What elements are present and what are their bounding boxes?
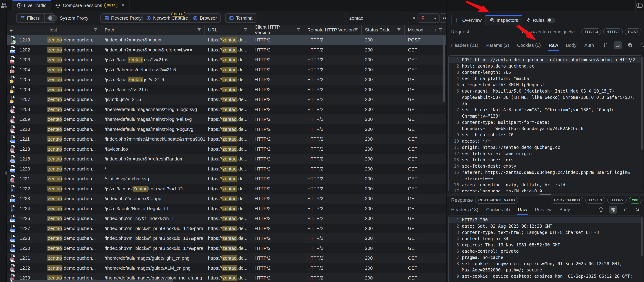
table-row[interactable]: HTML1228zentao.demo.quchen.../index.php?… xyxy=(7,233,446,243)
tab-response-raw[interactable]: Raw xyxy=(518,207,527,213)
tab-live-traffic[interactable]: Live Traffic xyxy=(12,0,51,11)
table-row[interactable]: HTML1223zentao.demo.quchen.../index.php?… xyxy=(7,194,446,204)
tab-response-body[interactable]: Body xyxy=(560,207,570,213)
table-row[interactable]: CSS1203zentao.demo.quchen.../js/zui3/zui… xyxy=(7,55,446,65)
filter-funnel-icon[interactable] xyxy=(397,28,401,32)
reverse-proxy-button[interactable]: Reverse Proxy xyxy=(100,13,146,23)
table-row[interactable]: 1221zentao.demo.quchen.../static/svg/ai-… xyxy=(7,174,446,184)
filter-funnel-icon[interactable] xyxy=(296,28,300,32)
column-header-status-code[interactable]: Status Code xyxy=(362,25,405,35)
path-cell: /theme/default/images/guide/ALM_cn.png xyxy=(102,265,205,271)
word-wrap-icon[interactable] xyxy=(609,206,617,214)
filter-funnel-icon[interactable] xyxy=(244,28,248,32)
table-row[interactable]: CSS1204zentao.demo.quchen.../js/zui3/the… xyxy=(7,65,446,75)
table-row[interactable]: HTML1227zentao.demo.quchen.../index.php?… xyxy=(7,224,446,234)
request-number: 1210 xyxy=(20,127,30,132)
terminal-button[interactable]: Terminal xyxy=(225,13,258,23)
toggle-knob xyxy=(48,16,52,20)
table-horizontal-scrollbar[interactable] xyxy=(12,280,173,282)
tab-response-preview[interactable]: Preview xyxy=(535,207,552,213)
tab-request-cookies[interactable]: Cookies (5) xyxy=(517,42,541,48)
table-row[interactable]: HTML1230zentao.demo.quchen.../index.php?… xyxy=(7,243,446,254)
filter-funnel-icon[interactable] xyxy=(197,28,201,32)
table-row[interactable]: 1213zentao.demo.quchen.../favicon.icohtt… xyxy=(7,144,446,154)
tab-rules[interactable]: Rules xyxy=(522,15,559,25)
table-row[interactable]: JS1207zentao.demo.quchen.../js/md5.js?v=… xyxy=(7,94,446,105)
tab-request-raw[interactable]: Raw xyxy=(549,42,558,48)
column-header-method[interactable]: Method ↓ xyxy=(405,25,446,35)
request-raw-view[interactable]: 1POST https://zentao.demo.qucheng.cc/ind… xyxy=(448,55,642,192)
response-code-scrollbar[interactable] xyxy=(641,217,643,256)
url-cell: https://zentao.de... xyxy=(205,107,251,112)
search-icon[interactable] xyxy=(638,41,644,49)
column-header-client-http-version[interactable]: Client HTTP Version xyxy=(251,25,304,35)
rules-toggle[interactable] xyxy=(547,18,555,22)
layout-sidebar-icon[interactable] xyxy=(636,3,642,8)
tab-request-auth[interactable]: Auth xyxy=(584,42,594,48)
request-number-cell: HTML1218 xyxy=(7,155,44,163)
request-code-scrollbar[interactable] xyxy=(641,57,643,150)
table-row[interactable]: 1210zentao.demo.quchen.../theme/default/… xyxy=(7,124,446,134)
system-proxy-toggle[interactable] xyxy=(48,15,57,21)
table-row[interactable]: HTML1220zentao.demo.quchen.../https://ze… xyxy=(7,164,446,174)
table-row[interactable]: 1208zentao.demo.quchen.../theme/default/… xyxy=(7,105,446,115)
tab-request-params[interactable]: Params (2) xyxy=(486,42,509,48)
table-row[interactable]: HTML1218zentao.demo.quchen.../index.php?… xyxy=(7,154,446,164)
chevron-down-icon[interactable]: ⌄ xyxy=(432,16,437,20)
search-clear-icon[interactable]: ✕ xyxy=(409,15,418,21)
browser-button[interactable]: Browser xyxy=(189,13,221,23)
sort-descending-icon[interactable]: ↓ xyxy=(434,27,436,32)
response-raw-view[interactable]: 1HTTP/2 2002date: Sat, 02 Aug 2025 06:12… xyxy=(448,216,642,282)
path-cell: /js/zui3/themes/default.css?v=21.6 xyxy=(102,67,205,72)
table-row[interactable]: JS1205zentao.demo.quchen.../js/zui3/zui.… xyxy=(7,75,446,85)
filter-funnel-icon[interactable] xyxy=(438,28,442,32)
table-row[interactable]: 1231zentao.demo.quchen.../theme/default/… xyxy=(7,253,446,263)
tab-request-headers[interactable]: Headers (21) xyxy=(451,42,478,48)
word-wrap-icon[interactable] xyxy=(614,41,622,49)
search-input[interactable] xyxy=(346,15,409,21)
hex-view-icon[interactable] xyxy=(602,41,610,49)
svg-text:JS: JS xyxy=(11,81,13,83)
tab-response-headers[interactable]: Headers (18) xyxy=(451,207,478,213)
tab-overview[interactable]: Overview xyxy=(451,15,486,25)
url-cell: https://zentao.de... xyxy=(205,146,251,152)
filter-funnel-icon[interactable] xyxy=(354,28,358,32)
search-match-highlight: zentao xyxy=(222,67,237,72)
column-header-path[interactable]: Path xyxy=(102,25,205,35)
tab-inspectors[interactable]: Inspectors xyxy=(486,15,522,25)
tab-compare-sessions[interactable]: Compare Sessions BETA ✕ xyxy=(51,0,130,11)
table-row[interactable]: JS1206zentao.demo.quchen.../js/zui3/zin.… xyxy=(7,85,446,95)
table-row[interactable]: A1224zentao.demo.quchen.../js/zui3/fonts… xyxy=(7,204,446,214)
table-row[interactable]: 1219zentao.demo.quchen.../index.php?m=us… xyxy=(7,35,446,45)
tab-request-body[interactable]: Body xyxy=(566,42,576,48)
search-match-highlight: zentao xyxy=(128,77,143,82)
search-icon[interactable] xyxy=(634,206,642,214)
network-capture-button[interactable]: BETA Network Capture xyxy=(142,13,192,23)
panel-splitter[interactable] xyxy=(446,193,644,196)
request-number-cell: HTML1223 xyxy=(7,195,44,203)
table-row[interactable]: HTML1202zentao.demo.quchen.../index.php?… xyxy=(7,45,446,55)
clear-sessions-button[interactable]: ⌄ xyxy=(418,13,440,23)
column-header-number[interactable]: # xyxy=(7,25,44,35)
table-row[interactable]: 1232zentao.demo.quchen.../theme/default/… xyxy=(7,263,446,273)
request-number: 1228 xyxy=(20,236,30,241)
search-match-highlight: zentao xyxy=(48,77,62,82)
close-tab-icon[interactable]: ✕ xyxy=(121,3,125,8)
copy-icon[interactable] xyxy=(622,206,629,214)
file-type-icon-js: JS xyxy=(10,96,16,103)
method-cell: GET xyxy=(405,196,446,201)
hex-view-icon[interactable] xyxy=(597,206,605,214)
column-header-remote-http-version[interactable]: Remote HTTP Version xyxy=(304,25,362,35)
filter-funnel-icon[interactable] xyxy=(94,28,98,32)
copy-icon[interactable] xyxy=(626,41,634,49)
column-header-host[interactable]: Host xyxy=(44,25,102,35)
sessions-people-icon[interactable] xyxy=(1,3,7,8)
table-row[interactable]: A1222zentao.demo.quchen.../js/zui3/icons… xyxy=(7,184,446,194)
tab-response-cookies[interactable]: Cookies (4) xyxy=(486,207,510,213)
table-vertical-scrollbar[interactable] xyxy=(442,36,445,102)
table-row[interactable]: HTML1211zentao.demo.quchen.../index.php?… xyxy=(7,134,446,144)
request-number-cell: 1213 xyxy=(7,145,44,153)
column-header-url[interactable]: URL xyxy=(205,25,251,35)
table-row[interactable]: 1209zentao.demo.quchen.../theme/default/… xyxy=(7,114,446,124)
table-row[interactable]: HTML1226zentao.demo.quchen.../index.php?… xyxy=(7,214,446,224)
